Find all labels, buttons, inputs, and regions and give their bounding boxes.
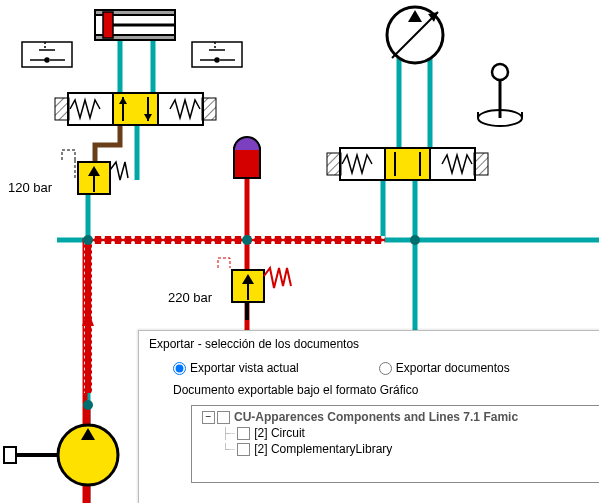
svg-rect-45: [385, 148, 430, 180]
svg-point-33: [215, 58, 219, 62]
svg-point-73: [410, 235, 420, 245]
pressure2-text: 220 bar: [168, 290, 212, 305]
tree-item2-label: [2] ComplementaryLibrary: [252, 442, 392, 456]
app-canvas: 120 bar 220 bar Exportar - selección de …: [0, 0, 599, 503]
cylinder-icon: [95, 10, 175, 40]
svg-rect-24: [22, 42, 72, 67]
radio-documents-input[interactable]: [379, 362, 392, 375]
tree-root-row[interactable]: − CU-Apparences Components and Lines 7.1…: [202, 410, 599, 424]
tree-connector-end-icon: └┈: [222, 443, 235, 456]
svg-rect-30: [192, 42, 242, 67]
accumulator-icon: [234, 137, 260, 178]
pump-icon: [4, 425, 118, 485]
export-mode-radios: Exportar vista actual Exportar documento…: [139, 359, 599, 381]
contact-right-icon: [192, 42, 242, 67]
variable-pump-icon: [387, 7, 443, 63]
radio-current-view-input[interactable]: [173, 362, 186, 375]
relief-valve-center-icon: [218, 258, 291, 302]
document-tree[interactable]: − CU-Apparences Components and Lines 7.1…: [191, 405, 599, 483]
svg-point-56: [492, 64, 508, 80]
contact-left-icon: [22, 42, 72, 67]
svg-point-27: [45, 58, 49, 62]
tree-item1-checkbox[interactable]: [237, 427, 250, 440]
tree-collapse-icon[interactable]: −: [202, 411, 215, 424]
tree-item1-label: [2] Circuit: [252, 426, 305, 440]
pressure1-text: 120 bar: [8, 180, 52, 195]
export-dialog: Exportar - selección de los documentos E…: [138, 330, 599, 503]
svg-rect-46: [327, 153, 341, 175]
radio-current-view-label: Exportar vista actual: [190, 361, 299, 375]
svg-rect-15: [85, 236, 385, 244]
svg-rect-37: [113, 93, 158, 125]
svg-rect-39: [202, 98, 216, 120]
dialog-subtitle: Documento exportable bajo el formato Grá…: [139, 381, 599, 401]
tree-root-checkbox[interactable]: [217, 411, 230, 424]
tree-item1-row[interactable]: ├┈ [2] Circuit: [222, 426, 599, 440]
svg-rect-70: [4, 447, 16, 463]
svg-point-71: [83, 235, 93, 245]
svg-rect-59: [234, 148, 260, 178]
directional-valve-left-icon: [55, 93, 216, 125]
directional-valve-right-icon: [327, 148, 488, 180]
svg-point-74: [83, 400, 93, 410]
svg-point-72: [242, 235, 252, 245]
dialog-title: Exportar - selección de los documentos: [139, 331, 599, 359]
radio-documents-label: Exportar documentos: [396, 361, 510, 375]
tree-item2-checkbox[interactable]: [237, 443, 250, 456]
radio-current-view[interactable]: Exportar vista actual: [173, 361, 299, 375]
joystick-icon: [478, 64, 522, 126]
radio-documents[interactable]: Exportar documentos: [379, 361, 510, 375]
tree-connector-icon: ├┈: [222, 427, 235, 440]
svg-rect-22: [103, 12, 113, 38]
tree-root-label: CU-Apparences Components and Lines 7.1 F…: [232, 410, 518, 424]
svg-rect-38: [55, 98, 69, 120]
svg-rect-47: [474, 153, 488, 175]
tree-item2-row[interactable]: └┈ [2] ComplementaryLibrary: [222, 442, 599, 456]
